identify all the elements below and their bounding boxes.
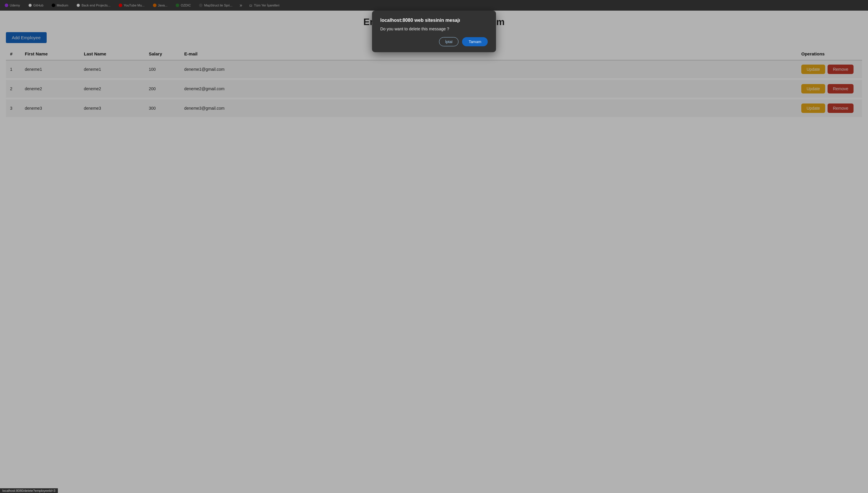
dialog-confirm-button[interactable]: Tamam bbox=[462, 37, 488, 46]
dialog-overlay: localhost:8080 web sitesinin mesajı Do y… bbox=[0, 0, 868, 119]
dialog-buttons: İptal Tamam bbox=[380, 37, 488, 46]
dialog-message: Do you want to delete this message ? bbox=[380, 26, 488, 31]
dialog-cancel-button[interactable]: İptal bbox=[439, 37, 459, 46]
confirm-dialog: localhost:8080 web sitesinin mesajı Do y… bbox=[372, 10, 496, 52]
dialog-title: localhost:8080 web sitesinin mesajı bbox=[380, 18, 488, 23]
